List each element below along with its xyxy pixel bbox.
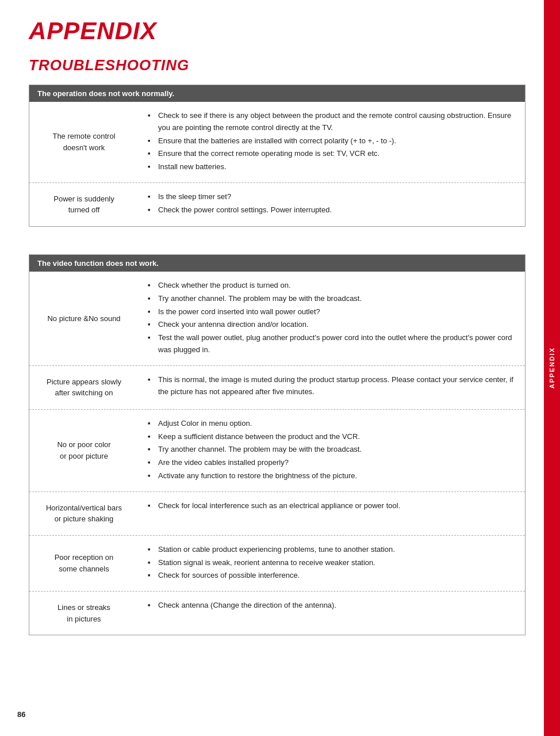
list-item: Try another channel. The problem may be … [148,293,516,305]
row-label: Poor reception on some channels [29,536,139,591]
list-item: Try another channel. The problem may be … [148,444,516,456]
table-row: Lines or streaks in picturesCheck antenn… [29,591,525,635]
list-item: Activate any function to restore the bri… [148,470,516,482]
row-content: Check antenna (Change the direction of t… [139,592,525,635]
table-operation: The operation does not work normally. Th… [29,85,526,227]
row-label: No or poor color or poor picture [29,410,139,491]
list-item: Station signal is weak, reorient antenna… [148,557,516,569]
list-item: Is the sleep timer set? [148,191,516,203]
table-row: Picture appears slowly after switching o… [29,365,525,409]
row-label: Lines or streaks in pictures [29,592,139,635]
row-content: Check for local interference such as an … [139,492,525,535]
row-content: Is the sleep timer set?Check the power c… [139,183,525,226]
table-video: The video function does not work. No pic… [29,254,526,635]
table-row: Power is suddenly turned offIs the sleep… [29,182,525,226]
list-item: Test the wall power outlet, plug another… [148,332,516,356]
row-content: Adjust Color in menu option.Keep a suffi… [139,410,525,491]
table-row: No or poor color or poor pictureAdjust C… [29,409,525,491]
list-item: Are the video cables installed properly? [148,457,516,469]
list-item: Check whether the product is turned on. [148,280,516,292]
list-item: Station or cable product experiencing pr… [148,544,516,556]
list-item: This is normal, the image is muted durin… [148,374,516,398]
section-title: TROUBLESHOOTING [29,56,526,74]
row-content: This is normal, the image is muted durin… [139,366,525,409]
row-label: Power is suddenly turned off [29,183,139,226]
list-item: Keep a sufficient distance between the p… [148,431,516,443]
table1-header: The operation does not work normally. [29,85,525,102]
list-item: Is the power cord inserted into wall pow… [148,306,516,318]
list-item: Adjust Color in menu option. [148,418,516,430]
list-item: Check to see if there is any object betw… [148,110,516,134]
list-item: Check your antenna direction and/or loca… [148,319,516,331]
row-label: Picture appears slowly after switching o… [29,366,139,409]
table-row: No picture &No soundCheck whether the pr… [29,272,525,365]
list-item: Check for local interference such as an … [148,500,516,512]
row-label: The remote control doesn't work [29,102,139,182]
table2-header: The video function does not work. [29,255,525,272]
row-label: Horizontal/vertical bars or picture shak… [29,492,139,535]
page-number: 86 [17,710,25,719]
side-tab: APPENDIX [544,0,560,736]
table-row: Horizontal/vertical bars or picture shak… [29,491,525,535]
list-item: Install new batteries. [148,161,516,173]
side-tab-label: APPENDIX [549,347,555,388]
row-content: Check whether the product is turned on.T… [139,272,525,365]
list-item: Ensure that the correct remote operating… [148,148,516,160]
main-content: APPENDIX TROUBLESHOOTING The operation d… [0,0,560,736]
row-content: Check to see if there is any object betw… [139,102,525,182]
list-item: Check for sources of possible interferen… [148,570,516,582]
row-content: Station or cable product experiencing pr… [139,536,525,591]
list-item: Check the power control settings. Power … [148,204,516,216]
list-item: Check antenna (Change the direction of t… [148,600,516,612]
page-title: APPENDIX [29,17,526,45]
row-label: No picture &No sound [29,272,139,365]
table-row: The remote control doesn't workCheck to … [29,102,525,182]
table-row: Poor reception on some channelsStation o… [29,535,525,591]
list-item: Ensure that the batteries are installed … [148,135,516,147]
